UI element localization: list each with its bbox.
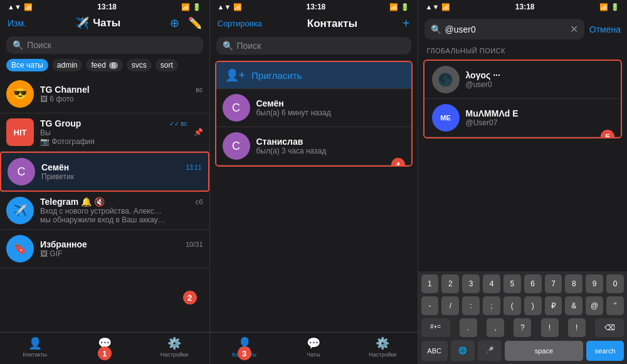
kb-slash[interactable]: / (441, 296, 459, 315)
kb-hashes[interactable]: #+= (421, 318, 450, 337)
avatar-semon: С (8, 158, 35, 185)
tab-feed[interactable]: feed 6 (86, 59, 122, 71)
status-bar-2: ▲▼ 📶 13:18 📶 🔋 (210, 0, 418, 14)
kb-7[interactable]: 7 (545, 274, 562, 293)
kb-space[interactable]: space (505, 341, 584, 361)
kb-1[interactable]: 1 (421, 274, 439, 293)
tab-chats-2[interactable]: 💬 Чаты (279, 336, 348, 358)
global-search-label: ГЛОБАЛЬНЫЙ ПОИСК (418, 44, 628, 57)
cancel-button[interactable]: Отмена (589, 24, 621, 34)
search-spacer (418, 141, 628, 271)
add-chat-icon[interactable]: ⊕ (170, 16, 179, 30)
search-input-box[interactable]: 🔍 @user0 ✕ (424, 19, 584, 39)
edit-button[interactable]: Изм. (8, 18, 26, 28)
kb-semicolon[interactable]: ; (483, 296, 500, 315)
kb-ruble[interactable]: ₽ (545, 296, 562, 315)
kb-backspace[interactable]: ⌫ (595, 318, 624, 337)
kb-0[interactable]: 0 (606, 274, 624, 293)
read-check-tggroup: ✓✓ вс (169, 120, 187, 127)
tab-settings-1[interactable]: ⚙️ Настройки (139, 336, 209, 358)
clear-search-icon[interactable]: ✕ (570, 23, 578, 35)
kb-lparen[interactable]: ( (503, 296, 521, 315)
bottom-bar-2: 👤 Контакты 3 💬 Чаты ⚙️ Настройки (210, 332, 418, 364)
kb-9[interactable]: 9 (586, 274, 603, 293)
kb-quote[interactable]: " (606, 296, 624, 315)
status-signals-2: ▲▼ 📶 (218, 3, 243, 11)
kb-comma[interactable]: , (487, 318, 504, 337)
contacts-highlighted-box: 👤+ Пригласить С Семён был(а) 6 минут наз… (215, 61, 413, 167)
chat-name-telegram: Telegram 🔔 🔇 (40, 197, 105, 207)
kb-amp[interactable]: & (565, 296, 582, 315)
contacts-header: Сортировка Контакты + (210, 14, 418, 34)
sort-button[interactable]: Сортировка (218, 19, 262, 28)
contact-info-stanislav: Станислав был(а) 3 часа назад (256, 137, 405, 155)
tab-svcs[interactable]: svcs (127, 59, 152, 71)
kb-4[interactable]: 4 (483, 274, 500, 293)
tab-settings-2[interactable]: ⚙️ Настройки (348, 336, 417, 358)
search-result-logos[interactable]: 🌑 λογος ··· @user0 (424, 61, 621, 99)
contact-item-stanislav[interactable]: С Станислав был(а) 3 часа назад (216, 127, 411, 165)
chats-tabs: Все чаты admin feed 6 svcs sort (0, 58, 209, 73)
chat-content-semon: Семён 13:11 Приветик (41, 162, 202, 181)
kb-abc[interactable]: ABC (421, 341, 448, 361)
compose-icon[interactable]: ✏️ (188, 16, 202, 30)
result-username-mua: @User07 (466, 118, 614, 127)
chat-item-tgchannel[interactable]: 😎 TG Channel вс 🖼 6 фото (0, 75, 209, 113)
tab-contacts-1[interactable]: 👤 Контакты (0, 336, 70, 358)
kb-2[interactable]: 2 (441, 274, 459, 293)
kb-mic[interactable]: 🎤 (478, 340, 502, 361)
kb-colon[interactable]: : (462, 296, 480, 315)
chats-search-bar[interactable]: 🔍 Поиск (6, 36, 203, 54)
chat-content-telegram: Telegram 🔔 🔇 сб Вход с нового устройства… (40, 197, 203, 224)
tab-all-chats[interactable]: Все чаты (6, 59, 48, 71)
kb-period[interactable]: . (460, 318, 477, 337)
kb-6[interactable]: 6 (524, 274, 542, 293)
kb-rparen[interactable]: ) (524, 296, 542, 315)
chat-item-favorites[interactable]: 🔖 Избранное 10/31 🖼 GIF (0, 230, 209, 268)
chat-item-telegram[interactable]: ✈️ Telegram 🔔 🔇 сб Вход с нового устройс… (0, 192, 209, 230)
contact-item-semon[interactable]: С Семён был(а) 6 минут назад (216, 89, 411, 127)
result-info-logos: λογος ··· @user0 (466, 70, 614, 89)
kb-exclaim[interactable]: ! (541, 318, 559, 337)
result-name-mua: MuΛMMΛd E (466, 108, 614, 118)
chat-subpreview-telegram: мы обнаружили вход в Ваш аккаунт с... (40, 216, 166, 224)
add-contact-button[interactable]: + (403, 16, 410, 31)
kb-question[interactable]: ? (514, 318, 531, 337)
tab-chats-1[interactable]: 💬 Чаты 1 (70, 336, 139, 358)
chat-preview-favorites: 🖼 GIF (40, 249, 166, 258)
contact-info-semon: Семён был(а) 6 минут назад (256, 98, 405, 117)
avatar-contact-semon: С (223, 94, 250, 122)
bottom-bar-1: 👤 Контакты 💬 Чаты 1 ⚙️ Настройки (0, 332, 209, 364)
kb-3[interactable]: 3 (462, 274, 480, 293)
result-info-mua: MuΛMMΛd E @User07 (466, 108, 614, 127)
kb-globe[interactable]: 🌐 (451, 340, 475, 361)
search-key[interactable]: search (586, 341, 624, 361)
search-placeholder: Поиск (27, 40, 51, 50)
contacts-title: Контакты (307, 18, 357, 30)
kb-at[interactable]: @ (586, 296, 603, 315)
chat-name-tggroup: TG Group (40, 118, 81, 128)
chat-content-favorites: Избранное 10/31 🖼 GIF (40, 239, 203, 258)
chat-time-favorites: 10/31 (186, 241, 203, 248)
chat-item-semon[interactable]: С Семён 13:11 Приветик (0, 152, 209, 192)
tab-admin[interactable]: admin (52, 59, 83, 71)
chat-item-tggroup[interactable]: HIT TG Group ✓✓ вс Вы 📷 Фотография 📌 (0, 113, 209, 152)
tab-sort[interactable]: sort (155, 59, 178, 71)
settings-icon-2: ⚙️ (376, 336, 389, 350)
chat-name-tgchannel: TG Channel (40, 85, 90, 95)
chat-content-tgchannel: TG Channel вс 🖼 6 фото (40, 85, 203, 103)
kb-exclaim2[interactable]: ! (568, 318, 586, 337)
chat-preview-semon: Приветик (41, 172, 167, 181)
kb-8[interactable]: 8 (565, 274, 582, 293)
annotation-4: 4 (391, 158, 405, 167)
tab-contacts-2[interactable]: 👤 Контакты 3 (210, 336, 279, 358)
kb-dash[interactable]: - (421, 296, 439, 315)
contacts-search-bar[interactable]: 🔍 Поиск (216, 37, 411, 55)
result-username-logos: @user0 (466, 80, 614, 89)
invite-button[interactable]: 👤+ Пригласить (216, 62, 411, 89)
contacts-icon-1: 👤 (28, 336, 42, 350)
status-time-2: 13:18 (307, 3, 326, 11)
search-result-mua[interactable]: ME MuΛMMΛd E @User07 (424, 99, 621, 137)
kb-5[interactable]: 5 (503, 274, 521, 293)
avatar-favorites: 🔖 (6, 235, 34, 263)
